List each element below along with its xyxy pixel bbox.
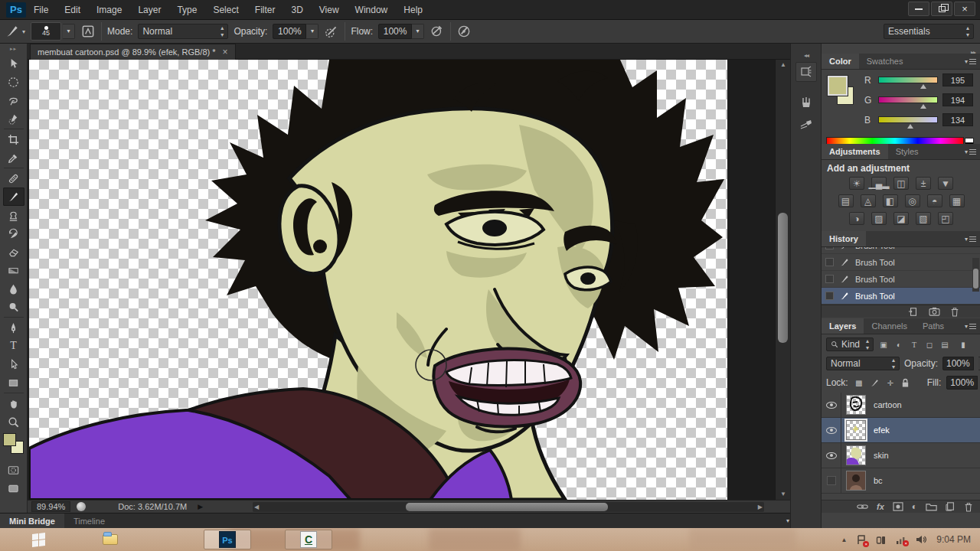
green-slider-thumb[interactable] — [920, 104, 926, 109]
rectangle-tool[interactable] — [3, 373, 24, 392]
tab-swatches[interactable]: Swatches — [859, 54, 911, 69]
invert-icon[interactable]: ◑ — [849, 212, 864, 225]
taskbar-clock[interactable]: 9:04 PM — [936, 534, 971, 545]
new-adjustment-layer-icon[interactable]: ◐ — [912, 501, 917, 512]
red-slider-thumb[interactable] — [920, 84, 926, 89]
blend-mode-dropdown[interactable]: Normal ▴▾ — [138, 24, 228, 39]
curves-icon[interactable]: ◫ — [893, 177, 909, 190]
filter-type-layers-icon[interactable]: T — [909, 340, 920, 350]
tab-color[interactable]: Color — [822, 54, 859, 69]
delete-trash-icon[interactable] — [950, 307, 959, 317]
new-layer-icon[interactable] — [946, 502, 956, 511]
filter-pixel-layers-icon[interactable]: ▣ — [878, 340, 889, 350]
vertical-scrollbar[interactable]: ▲ ▼ — [775, 60, 790, 500]
horizontal-scroll-thumb[interactable] — [406, 503, 608, 511]
restore-button[interactable] — [931, 2, 952, 16]
blend-mode-dropdown[interactable]: Normal ▴▾ — [826, 357, 900, 370]
clone-source-panel-icon[interactable] — [795, 114, 817, 134]
history-entry[interactable]: Brush Tool — [822, 247, 980, 254]
horizontal-scrollbar[interactable]: ◀ ▶ — [253, 502, 764, 512]
dodge-tool[interactable] — [3, 298, 24, 316]
layer-row-skin[interactable]: skin — [822, 443, 980, 468]
scroll-left-icon[interactable]: ◀ — [254, 502, 259, 512]
path-selection-tool[interactable] — [3, 355, 24, 373]
canvas-area[interactable]: ▲ ▼ — [28, 60, 790, 500]
history-source-checkbox[interactable] — [825, 258, 834, 266]
visibility-toggle[interactable] — [822, 468, 841, 494]
pressure-size-icon[interactable] — [456, 24, 472, 39]
document-tab[interactable]: membuat cartoon.psd @ 89.9% (efek, RGB/8… — [30, 44, 236, 60]
close-button[interactable]: × — [954, 2, 975, 16]
layer-opacity-value[interactable]: 100% — [942, 357, 974, 370]
hue-saturation-icon[interactable]: ▤ — [838, 194, 854, 207]
brush-picker-arrow[interactable]: ▾ — [63, 24, 75, 39]
brush-size-picker[interactable]: 45 — [31, 22, 61, 41]
color-balance-icon[interactable]: ◬ — [861, 194, 876, 207]
posterize-icon[interactable]: ▨ — [871, 212, 887, 225]
spot-healing-brush-tool[interactable] — [3, 169, 24, 187]
menu-layer[interactable]: Layer — [138, 5, 161, 15]
selective-color-icon[interactable]: ◰ — [938, 212, 953, 225]
clone-stamp-tool[interactable] — [3, 206, 24, 224]
hand-tool[interactable] — [3, 394, 24, 412]
history-source-checkbox[interactable] — [825, 292, 834, 300]
menu-window[interactable]: Window — [355, 5, 388, 15]
link-layers-icon[interactable] — [857, 503, 868, 510]
camtasia-taskbar-button[interactable]: C — [285, 530, 332, 549]
history-entry[interactable]: Brush Tool — [822, 271, 980, 288]
tab-adjustments[interactable]: Adjustments — [822, 144, 888, 159]
opacity-arrow[interactable]: ▾ — [306, 24, 318, 39]
color-panel-menu-icon[interactable]: ▾ — [965, 54, 976, 69]
brush-presets-panel-icon[interactable] — [795, 93, 817, 112]
eyedropper-tool[interactable] — [3, 148, 24, 167]
pressure-opacity-icon[interactable] — [324, 24, 339, 39]
threshold-icon[interactable]: ◪ — [893, 212, 909, 225]
filter-adjustment-layers-icon[interactable]: ◐ — [893, 340, 904, 350]
workspace-switcher[interactable]: Essentials ▴▾ — [884, 24, 974, 39]
tab-mini-bridge[interactable]: Mini Bridge — [0, 514, 64, 529]
brush-panel-toggle-icon[interactable] — [80, 24, 96, 39]
type-tool[interactable]: T — [3, 337, 24, 355]
tab-paths[interactable]: Paths — [915, 318, 952, 334]
airbrush-icon[interactable] — [430, 24, 445, 39]
menu-file[interactable]: File — [34, 5, 48, 15]
start-button[interactable] — [23, 530, 54, 549]
menu-3d[interactable]: 3D — [291, 5, 302, 15]
visibility-toggle[interactable] — [822, 393, 841, 418]
layer-thumbnail[interactable] — [846, 395, 866, 415]
tab-channels[interactable]: Channels — [864, 318, 914, 334]
history-panel-menu-icon[interactable]: ▾ — [965, 231, 976, 246]
3d-panel-icon[interactable] — [795, 62, 817, 82]
tab-styles[interactable]: Styles — [888, 144, 926, 159]
history-scroll-thumb[interactable] — [973, 269, 978, 289]
filter-toggle-icon[interactable]: ▮ — [958, 340, 969, 350]
scroll-right-icon[interactable]: ▶ — [758, 502, 763, 512]
menu-type[interactable]: Type — [177, 5, 197, 15]
show-hidden-icons[interactable]: ▲ — [841, 536, 847, 543]
menu-image[interactable]: Image — [96, 5, 122, 15]
delete-layer-trash-icon[interactable] — [964, 502, 973, 512]
photo-filter-icon[interactable]: ◎ — [905, 194, 920, 207]
photoshop-taskbar-button[interactable]: Ps — [204, 530, 251, 549]
tab-layers[interactable]: Layers — [822, 318, 864, 334]
opacity-value[interactable]: 100% — [273, 24, 306, 39]
power-plug-icon[interactable] — [876, 535, 886, 545]
filter-smart-objects-icon[interactable]: ▤ — [939, 340, 950, 350]
layer-thumbnail[interactable] — [846, 445, 866, 465]
file-explorer-button[interactable] — [93, 530, 127, 549]
screen-mode-button[interactable] — [3, 479, 24, 497]
menu-select[interactable]: Select — [213, 5, 238, 15]
volume-speaker-icon[interactable] — [916, 535, 926, 544]
gradient-map-icon[interactable]: ▧ — [916, 212, 931, 225]
blur-tool[interactable] — [3, 279, 24, 298]
move-tool[interactable] — [3, 54, 24, 73]
new-document-from-state-icon[interactable] — [908, 307, 919, 317]
menu-filter[interactable]: Filter — [255, 5, 276, 15]
red-slider[interactable] — [878, 77, 938, 83]
history-entry[interactable]: Brush Tool — [822, 254, 980, 271]
minimize-button[interactable] — [908, 2, 929, 16]
layers-panel-menu-icon[interactable]: ▾ — [965, 318, 976, 334]
green-value[interactable]: 194 — [942, 93, 973, 106]
black-white-icon[interactable]: ◧ — [883, 194, 898, 207]
elliptical-marquee-tool[interactable] — [3, 73, 24, 91]
